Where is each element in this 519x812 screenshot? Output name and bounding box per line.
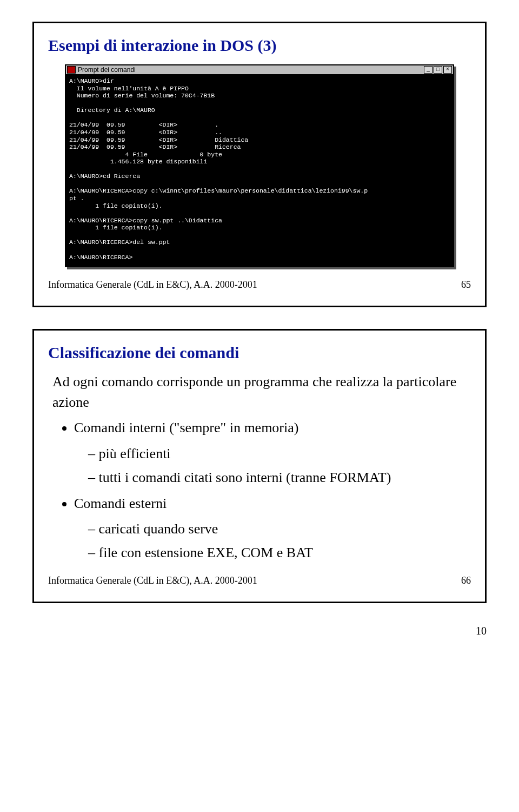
maximize-button[interactable]: □ <box>434 66 442 74</box>
slide-1-title: Esempi di interazione in DOS (3) <box>48 36 474 55</box>
footer-left-text: Informatica Generale (CdL in E&C), A.A. … <box>48 279 257 291</box>
footer-left-text: Informatica Generale (CdL in E&C), A.A. … <box>48 575 257 586</box>
bullet-1: Comandi interni ("sempre" in memoria) <box>74 420 298 435</box>
dos-titlebar-text: Prompt dei comandi <box>78 66 136 74</box>
page: Esempi di interazione in DOS (3) Prompt … <box>0 22 519 637</box>
slide-2: Classificazione dei comandi Ad ogni coma… <box>32 329 487 603</box>
page-number: 10 <box>0 625 487 637</box>
slide-2-title: Classificazione dei comandi <box>48 344 474 362</box>
dos-titlebar: Prompt dei comandi _ □ × <box>65 64 454 75</box>
bullet-1b: tutti i comandi citati sono interni (tra… <box>88 467 469 488</box>
slide-1: Esempi di interazione in DOS (3) Prompt … <box>32 22 487 307</box>
footer-page-number: 65 <box>461 279 471 291</box>
dos-window: Prompt dei comandi _ □ × A:\MAURO>dir Il… <box>65 64 454 267</box>
slide-1-footer: Informatica Generale (CdL in E&C), A.A. … <box>45 279 474 291</box>
close-button[interactable]: × <box>443 66 452 74</box>
intro-text: Ad ogni comando corrisponde un programma… <box>52 372 469 412</box>
window-controls: _ □ × <box>424 66 452 74</box>
slide-2-footer: Informatica Generale (CdL in E&C), A.A. … <box>45 575 474 586</box>
bullet-2b: file con estensione EXE, COM e BAT <box>88 543 469 563</box>
footer-page-number: 66 <box>461 575 471 586</box>
dos-terminal-output: A:\MAURO>dir Il volume nell'unità A è PI… <box>65 75 454 267</box>
slide-2-body: Ad ogni comando corrisponde un programma… <box>52 372 469 563</box>
minimize-button[interactable]: _ <box>424 66 432 74</box>
bullet-list: Comandi interni ("sempre" in memoria) pi… <box>52 418 469 563</box>
dos-app-icon <box>67 66 76 74</box>
bullet-1a: più efficienti <box>88 444 469 464</box>
bullet-2a: caricati quando serve <box>88 519 469 539</box>
bullet-2: Comandi esterni <box>74 496 167 511</box>
